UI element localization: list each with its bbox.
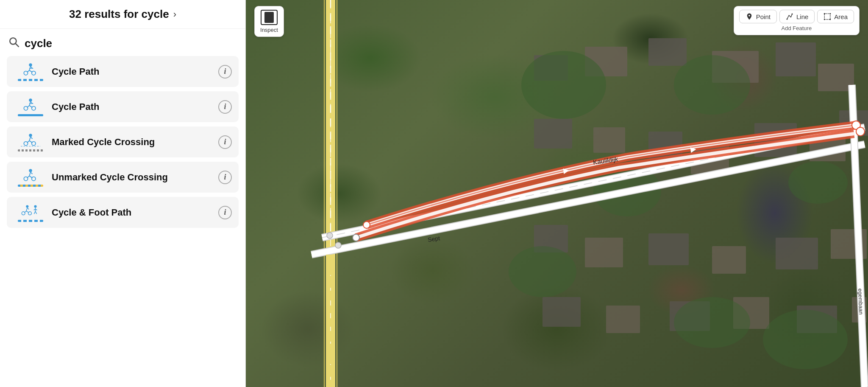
svg-point-108 xyxy=(824,19,825,20)
svg-point-2 xyxy=(29,63,32,66)
feature-name-cycle-foot-path: Cycle & Foot Path xyxy=(47,207,218,218)
feature-name-marked-cycle-crossing: Marked Cycle Crossing xyxy=(47,137,218,148)
svg-point-10 xyxy=(29,98,32,101)
line-style-marked xyxy=(18,149,43,151)
add-feature-buttons: Point Line xyxy=(739,10,854,23)
line-style-footpath xyxy=(18,220,43,222)
info-button-cycle-path-1[interactable]: i xyxy=(218,65,232,79)
inspect-icon-inner xyxy=(264,12,274,23)
add-feature-group: Point Line xyxy=(734,6,860,35)
svg-line-1 xyxy=(16,44,19,47)
line-icon xyxy=(786,13,793,20)
info-button-cycle-foot[interactable]: i xyxy=(218,206,232,219)
feature-name-cycle-path-1: Cycle Path xyxy=(47,66,218,77)
line-label: Line xyxy=(796,13,808,20)
svg-point-32 xyxy=(32,177,36,181)
results-header: 32 results for cycle › xyxy=(0,0,245,29)
svg-point-40 xyxy=(34,205,36,208)
search-icon xyxy=(8,36,19,50)
svg-point-105 xyxy=(824,13,825,14)
svg-line-22 xyxy=(31,137,33,139)
feature-icon-marked-crossing xyxy=(14,132,47,151)
svg-point-15 xyxy=(24,107,28,110)
svg-line-34 xyxy=(26,208,27,211)
point-icon xyxy=(746,13,753,20)
feature-item-cycle-foot-path[interactable]: Cycle & Foot Path i xyxy=(7,197,239,228)
svg-point-18 xyxy=(29,134,32,137)
feature-icon-unmarked-crossing xyxy=(14,168,47,187)
svg-point-24 xyxy=(32,142,36,146)
feature-item-unmarked-cycle-crossing[interactable]: Unmarked Cycle Crossing i xyxy=(7,162,239,193)
inspect-label: Inspect xyxy=(260,27,278,33)
line-style-solid xyxy=(18,114,43,116)
svg-point-107 xyxy=(830,19,831,20)
line-style-dashed xyxy=(18,79,43,81)
map-panel[interactable]: ▶ ▶ Kauiildijk Sept egembaan Inspect xyxy=(246,0,868,387)
svg-line-30 xyxy=(31,172,33,174)
svg-point-31 xyxy=(24,177,28,181)
feature-icon-cycle-foot xyxy=(14,203,47,222)
svg-point-102 xyxy=(786,19,787,20)
inspect-icon xyxy=(261,10,278,25)
map-background xyxy=(246,0,868,387)
svg-line-45 xyxy=(36,211,37,214)
feature-name-cycle-path-2: Cycle Path xyxy=(47,101,218,112)
svg-point-23 xyxy=(24,142,28,146)
svg-point-26 xyxy=(29,169,32,172)
add-line-button[interactable]: Line xyxy=(779,10,815,23)
svg-point-7 xyxy=(24,71,28,75)
feature-item-cycle-path-2[interactable]: Cycle Path i xyxy=(7,91,239,122)
feature-icon-cycle-path-2 xyxy=(14,97,47,116)
feature-icon-cycle-path-1 xyxy=(14,62,47,81)
add-point-button[interactable]: Point xyxy=(739,10,777,23)
svg-line-27 xyxy=(29,172,31,176)
svg-rect-104 xyxy=(825,14,831,20)
feature-item-cycle-path-1[interactable]: Cycle Path i xyxy=(7,56,239,87)
svg-point-38 xyxy=(22,212,25,215)
svg-line-37 xyxy=(27,208,29,210)
inspect-button[interactable]: Inspect xyxy=(254,6,284,37)
point-label: Point xyxy=(756,13,771,20)
search-bar xyxy=(0,29,245,56)
svg-line-19 xyxy=(29,137,31,141)
info-button-unmarked-crossing[interactable]: i xyxy=(218,171,232,184)
results-arrow[interactable]: › xyxy=(173,9,176,20)
feature-item-marked-cycle-crossing[interactable]: Marked Cycle Crossing i xyxy=(7,126,239,157)
svg-point-103 xyxy=(791,14,793,15)
feature-name-unmarked-cycle-crossing: Unmarked Cycle Crossing xyxy=(47,172,218,183)
area-icon xyxy=(823,13,831,20)
add-area-button[interactable]: Area xyxy=(817,10,854,23)
svg-point-33 xyxy=(26,205,28,208)
left-panel: 32 results for cycle › xyxy=(0,0,246,387)
svg-point-16 xyxy=(32,107,36,110)
results-title: 32 results for cycle xyxy=(69,8,169,21)
search-input[interactable] xyxy=(25,37,237,50)
svg-point-39 xyxy=(28,212,32,215)
svg-point-106 xyxy=(830,13,831,14)
info-button-marked-crossing[interactable]: i xyxy=(218,135,232,149)
svg-line-44 xyxy=(34,211,35,214)
svg-point-8 xyxy=(32,71,36,75)
area-label: Area xyxy=(834,13,848,20)
add-feature-label: Add Feature xyxy=(739,25,854,31)
items-list: Cycle Path i Cycle Path i xyxy=(0,56,245,387)
info-button-cycle-path-2[interactable]: i xyxy=(218,100,232,114)
line-style-unmarked xyxy=(18,185,43,187)
